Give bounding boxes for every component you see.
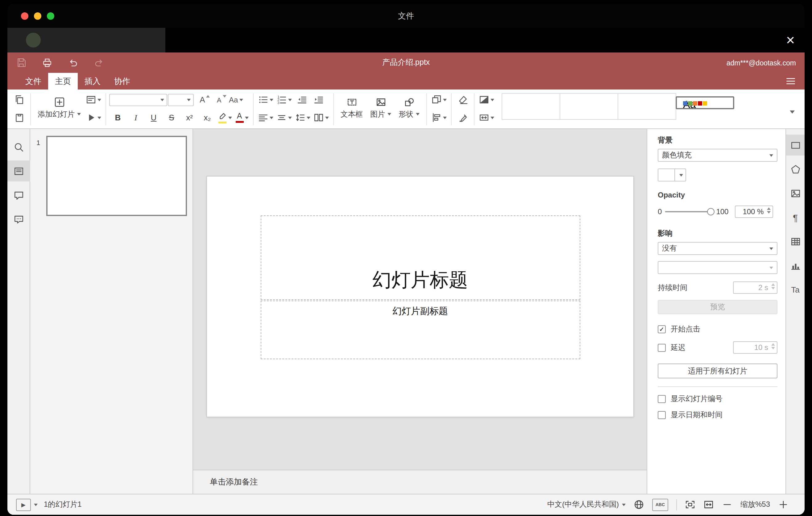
line-spacing-button[interactable] bbox=[294, 110, 312, 125]
insert-shape-button[interactable]: 形状 bbox=[395, 91, 423, 125]
title-placeholder[interactable]: 幻灯片标题 bbox=[260, 216, 580, 300]
theme-tile-1[interactable] bbox=[502, 93, 560, 120]
image-settings-tab[interactable] bbox=[786, 183, 805, 204]
decrease-font-button[interactable]: A bbox=[211, 92, 227, 107]
tab-file[interactable]: 文件 bbox=[19, 73, 48, 89]
start-slideshow-status-button[interactable]: ▶ bbox=[16, 498, 38, 511]
search-button[interactable] bbox=[7, 136, 30, 157]
tab-home[interactable]: 主页 bbox=[48, 73, 78, 89]
table-settings-tab[interactable] bbox=[786, 231, 805, 252]
font-name-select[interactable] bbox=[109, 93, 167, 106]
zoom-in-button[interactable] bbox=[778, 499, 788, 510]
delay-input[interactable]: 10 s bbox=[733, 341, 778, 354]
chevron-down-icon bbox=[239, 98, 243, 101]
spellcheck-button[interactable]: ABC bbox=[652, 498, 668, 511]
font-group: A A Aa B I U S x² bbox=[109, 91, 250, 126]
start-slideshow-button[interactable] bbox=[85, 110, 103, 125]
increase-indent-button[interactable] bbox=[310, 92, 326, 107]
print-button[interactable] bbox=[42, 57, 53, 68]
effect-select[interactable]: 没有 bbox=[658, 242, 778, 255]
superscript-button[interactable]: x² bbox=[181, 110, 198, 125]
arrange-shape-button[interactable] bbox=[430, 92, 448, 107]
notes-area[interactable]: 单击添加备注 bbox=[193, 470, 647, 494]
fill-type-select[interactable]: 颜色填充 bbox=[658, 149, 778, 162]
opacity-spinner[interactable]: 100 % bbox=[734, 205, 773, 218]
duration-input[interactable]: 2 s bbox=[733, 282, 778, 294]
tab-insert[interactable]: 插入 bbox=[78, 73, 107, 89]
shape-settings-tab[interactable] bbox=[786, 159, 805, 180]
font-color-button[interactable]: A bbox=[234, 110, 250, 125]
show-date-time-checkbox[interactable] bbox=[658, 411, 666, 419]
paragraph-settings-tab[interactable]: ¶ bbox=[786, 207, 805, 228]
opacity-slider[interactable] bbox=[665, 211, 713, 212]
delay-checkbox[interactable] bbox=[658, 343, 666, 351]
textart-settings-tab[interactable]: Ta bbox=[786, 279, 805, 300]
slide-fill-button[interactable] bbox=[477, 92, 495, 107]
clear-style-button[interactable] bbox=[455, 92, 471, 107]
copy-button[interactable] bbox=[11, 92, 27, 107]
arrow-down-icon bbox=[223, 95, 227, 97]
highlight-color-button[interactable] bbox=[216, 110, 233, 125]
bullets-button[interactable] bbox=[257, 92, 274, 107]
slide-size-button[interactable] bbox=[477, 110, 495, 125]
opacity-max-label: 100 bbox=[716, 207, 728, 216]
comments-button[interactable] bbox=[7, 184, 30, 205]
change-case-button[interactable]: Aa bbox=[228, 92, 244, 107]
preview-button[interactable]: 预览 bbox=[658, 300, 778, 314]
font-size-select[interactable] bbox=[168, 93, 194, 106]
slide[interactable]: 幻灯片标题 幻灯片副标题 bbox=[207, 176, 633, 417]
fit-slide-button[interactable] bbox=[685, 499, 695, 510]
undo-button[interactable] bbox=[68, 57, 78, 68]
copy-style-button[interactable] bbox=[455, 110, 471, 125]
subscript-button[interactable]: x₂ bbox=[199, 110, 216, 125]
theme-gallery-expand-button[interactable] bbox=[784, 104, 800, 119]
change-layout-button[interactable] bbox=[85, 92, 103, 107]
slide-1-thumbnail[interactable] bbox=[46, 136, 187, 216]
tab-collaboration[interactable]: 协作 bbox=[107, 73, 137, 89]
fill-color-picker[interactable] bbox=[658, 169, 686, 181]
spinner-arrows-icon[interactable] bbox=[767, 207, 770, 213]
paste-button[interactable] bbox=[11, 110, 27, 125]
subtitle-placeholder[interactable]: 幻灯片副标题 bbox=[260, 300, 580, 359]
check-icon: ✓ bbox=[659, 326, 665, 333]
zoom-out-button[interactable] bbox=[722, 499, 732, 510]
language-select[interactable]: 中文(中华人民共和国) bbox=[547, 499, 626, 510]
columns-button[interactable] bbox=[312, 110, 330, 125]
feedback-button[interactable] bbox=[7, 209, 30, 230]
chevron-down-icon bbox=[325, 116, 329, 119]
horizontal-align-button[interactable] bbox=[257, 110, 274, 125]
underline-button[interactable]: U bbox=[145, 110, 162, 125]
increase-font-button[interactable]: A bbox=[194, 92, 210, 107]
decrease-indent-button[interactable] bbox=[294, 92, 310, 107]
save-button[interactable] bbox=[16, 57, 27, 68]
vertical-align-button[interactable] bbox=[275, 110, 293, 125]
strikeout-button[interactable]: S bbox=[163, 110, 180, 125]
add-slide-button[interactable]: 添加幻灯片 bbox=[34, 91, 85, 125]
bold-button[interactable]: B bbox=[109, 110, 126, 125]
show-slide-number-checkbox[interactable] bbox=[658, 395, 666, 403]
align-shape-button[interactable] bbox=[430, 110, 448, 125]
fit-width-button[interactable] bbox=[703, 499, 714, 510]
chart-settings-tab[interactable] bbox=[786, 255, 805, 276]
fit-width-icon bbox=[703, 499, 714, 510]
document-language-button[interactable] bbox=[634, 499, 644, 510]
close-window-button[interactable] bbox=[21, 12, 28, 20]
theme-tile-4-selected[interactable]: Aa bbox=[676, 96, 734, 109]
redo-button[interactable] bbox=[94, 57, 104, 68]
insert-image-button[interactable]: 图片 bbox=[367, 91, 395, 125]
numbering-button[interactable]: 123 bbox=[275, 92, 293, 107]
slide-settings-tab[interactable] bbox=[786, 135, 805, 155]
apply-to-all-button[interactable]: 适用于所有幻灯片 bbox=[658, 364, 778, 378]
italic-button[interactable]: I bbox=[127, 110, 144, 125]
close-icon[interactable]: × bbox=[786, 33, 795, 48]
insert-textbox-button[interactable]: 文本框 bbox=[337, 91, 367, 125]
view-settings-button[interactable] bbox=[785, 73, 796, 89]
theme-tile-2[interactable] bbox=[560, 93, 618, 120]
theme-tile-3[interactable] bbox=[618, 93, 676, 120]
zoom-window-button[interactable] bbox=[47, 12, 54, 20]
effect-type-select-disabled[interactable] bbox=[658, 261, 778, 274]
slider-knob[interactable] bbox=[707, 208, 714, 215]
minimize-window-button[interactable] bbox=[34, 12, 41, 20]
slides-panel-button[interactable] bbox=[7, 161, 30, 181]
start-on-click-checkbox[interactable]: ✓ bbox=[658, 325, 666, 333]
